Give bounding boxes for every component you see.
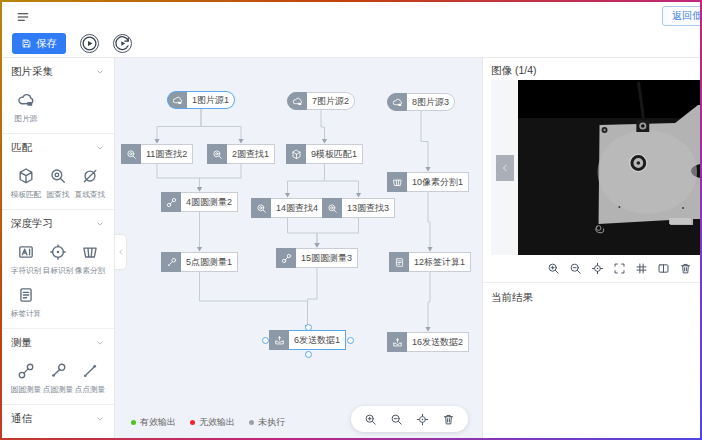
item-label: 像素分割 <box>75 265 105 275</box>
item-label: 模板匹配 <box>11 189 41 199</box>
sidebar-item-circle-circle-measure[interactable]: 圆圆测量 <box>11 362 41 395</box>
node-label: 4圆圆测量2 <box>181 192 238 212</box>
zoom-out-button[interactable] <box>390 413 403 426</box>
result-panel: 图像 (1/4) <box>482 58 700 438</box>
node-8[interactable]: 8图片源3 <box>387 93 455 111</box>
node-12[interactable]: 12标签计算1 <box>389 252 471 272</box>
node-label: 7图片源2 <box>307 92 355 110</box>
run-button[interactable] <box>80 34 99 53</box>
sidebar-section-communication: 通信 <box>2 404 114 438</box>
save-icon <box>21 38 32 49</box>
sidebar-section-header-deep-learning[interactable]: 深度学习 <box>11 217 105 231</box>
node-4[interactable]: 4圆圆测量2 <box>161 192 238 212</box>
image-viewer <box>491 80 700 255</box>
sidebar-item-target-recognition[interactable]: 目标识别 <box>43 243 73 276</box>
node-label: 10像素分割1 <box>407 172 469 192</box>
node-13[interactable]: 13圆查找3 <box>322 198 395 218</box>
sidebar-item-char-recognition[interactable]: 字符识别 <box>11 243 41 276</box>
tool-sidebar: 图片采集图片源匹配模板匹配圆查找直线查找深度学习字符识别目标识别像素分割标签计算… <box>2 58 115 438</box>
sidebar-collapse-handle[interactable] <box>115 234 127 270</box>
item-label: 直线查找 <box>75 189 105 199</box>
connection-anchor[interactable] <box>305 324 312 331</box>
ocr-icon <box>17 243 35 261</box>
item-label: 字符识别 <box>11 265 41 275</box>
node-label: 5点圆测量1 <box>181 252 238 272</box>
zoom-out-icon <box>390 413 403 426</box>
send-icon <box>392 337 403 348</box>
sidebar-item-line-find[interactable]: 直线查找 <box>75 167 105 200</box>
node-10[interactable]: 10像素分割1 <box>387 172 469 192</box>
legend-item: 无效输出 <box>190 416 235 429</box>
node-15[interactable]: 15圆圆测量3 <box>276 248 358 268</box>
play-once-icon <box>114 35 131 52</box>
send-icon <box>274 335 285 346</box>
node-6[interactable]: 6发送数据1 <box>269 330 346 350</box>
sidebar-item-label-calc[interactable]: 标签计算 <box>11 286 41 319</box>
menu-icon[interactable] <box>14 8 32 26</box>
sidebar-section-match: 匹配模板匹配圆查找直线查找 <box>2 133 114 209</box>
sidebar-item-pixel-segmentation[interactable]: 像素分割 <box>75 243 105 276</box>
section-title: 通信 <box>11 412 32 426</box>
line-search-icon <box>81 167 99 185</box>
chevron-left-icon <box>117 248 125 256</box>
chevron-down-icon <box>95 219 105 229</box>
node-9[interactable]: 9模板匹配1 <box>286 144 363 164</box>
run-once-button[interactable] <box>113 34 132 53</box>
trash-button[interactable] <box>679 262 692 275</box>
zoom-out-button[interactable] <box>569 262 582 275</box>
sidebar-section-header-image-capture[interactable]: 图片采集 <box>11 65 105 79</box>
node-11[interactable]: 11圆查找2 <box>121 144 193 164</box>
zoom-in-icon <box>547 262 560 275</box>
node-7[interactable]: 7图片源2 <box>287 92 355 110</box>
chevron-down-icon <box>95 414 105 424</box>
node-label: 14圆查找4 <box>271 198 324 218</box>
connection-anchor[interactable] <box>347 337 354 344</box>
save-label: 保存 <box>36 37 57 51</box>
fullscreen-button[interactable] <box>613 262 626 275</box>
section-items: 模板匹配圆查找直线查找 <box>11 167 105 200</box>
legend-dot <box>131 420 136 425</box>
node-icon-cube <box>286 144 306 164</box>
zoom-in-button[interactable] <box>547 262 560 275</box>
sidebar-item-point-circle-measure[interactable]: 点圆测量 <box>43 362 73 395</box>
node-label: 6发送数据1 <box>289 330 346 350</box>
trash-icon <box>679 262 692 275</box>
sidebar-item-image-source[interactable]: 图片源 <box>11 91 41 124</box>
camera-image[interactable] <box>518 80 700 255</box>
locate-button[interactable] <box>416 413 429 426</box>
search-circle-icon <box>126 149 137 160</box>
zoom-in-button[interactable] <box>364 413 377 426</box>
item-label: 图片源 <box>15 113 38 123</box>
connection-anchor[interactable] <box>262 337 269 344</box>
sidebar-section-header-measure[interactable]: 测量 <box>11 336 105 350</box>
sidebar-section-header-communication[interactable]: 通信 <box>11 412 105 426</box>
trash-button[interactable] <box>442 413 455 426</box>
search-circle-icon <box>256 203 267 214</box>
flow-canvas[interactable]: 有效输出无效输出未执行 1图片源17图片源28图片源311圆查找22圆查找19模… <box>115 58 482 438</box>
sidebar-item-circle-find[interactable]: 圆查找 <box>43 167 73 200</box>
compare-button[interactable] <box>657 262 670 275</box>
fullscreen-icon <box>613 262 626 275</box>
cloud-icon <box>172 95 183 106</box>
node-5[interactable]: 5点圆测量1 <box>161 252 238 272</box>
prev-image-button[interactable] <box>496 155 514 181</box>
cloud-icon <box>392 97 403 108</box>
connection-anchor[interactable] <box>305 351 312 358</box>
node-label: 8图片源3 <box>407 93 455 111</box>
sidebar-item-template-match[interactable]: 模板匹配 <box>11 167 41 200</box>
node-14[interactable]: 14圆查找4 <box>251 198 324 218</box>
node-label: 12标签计算1 <box>409 252 471 272</box>
back-to-lowcode-button[interactable]: 返回低代 <box>662 6 700 26</box>
node-label: 11圆查找2 <box>141 144 193 164</box>
save-button[interactable]: 保存 <box>12 33 66 54</box>
locate-button[interactable] <box>591 262 604 275</box>
sidebar-item-point-point-measure[interactable]: 点点测量 <box>75 362 105 395</box>
node-1[interactable]: 1图片源1 <box>167 91 235 109</box>
node-16[interactable]: 16发送数据2 <box>387 332 469 352</box>
legend-item: 未执行 <box>249 416 285 429</box>
node-label: 13圆查找3 <box>342 198 395 218</box>
sidebar-section-header-match[interactable]: 匹配 <box>11 141 105 155</box>
grid-button[interactable] <box>635 262 648 275</box>
node-icon-segment <box>387 172 407 192</box>
node-2[interactable]: 2圆查找1 <box>207 144 275 164</box>
